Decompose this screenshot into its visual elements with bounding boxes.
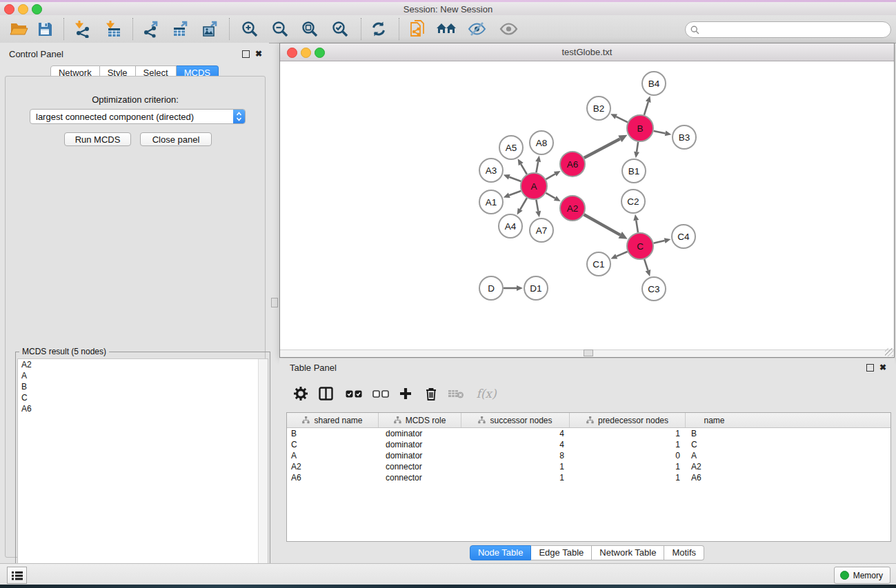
graph-edge-A6-B[interactable] [584, 135, 628, 158]
close-panel-icon[interactable]: ✖ [255, 50, 262, 58]
graph-node-A5[interactable]: A5 [499, 136, 523, 159]
result-item[interactable]: A [18, 370, 268, 381]
graph-node-A6[interactable]: A6 [560, 152, 585, 176]
import-table-icon [105, 20, 123, 38]
column-header-predecessor-nodes[interactable]: predecessor nodes [570, 413, 686, 427]
graph-edge-A-A5[interactable] [518, 159, 527, 174]
graph-edge-A-A1[interactable] [504, 191, 521, 198]
export-table-button[interactable] [170, 19, 191, 39]
zoom-in-button[interactable] [239, 19, 260, 39]
graph-node-D1[interactable]: D1 [524, 276, 548, 300]
graph-edge-B-B4[interactable] [644, 96, 651, 115]
zoom-selected-button[interactable] [330, 19, 350, 39]
result-item[interactable]: A2 [18, 359, 268, 370]
panel-divider-handle[interactable] [271, 298, 278, 307]
table-row[interactable]: A2connector11A2 [287, 461, 890, 472]
run-mcds-button[interactable]: Run MCDS [64, 132, 131, 146]
graph-edge-A-A4[interactable] [517, 198, 527, 214]
table-row[interactable]: Cdominator41C [287, 439, 890, 450]
column-header-MCDS-role[interactable]: MCDS role [379, 413, 461, 427]
graph-node-B1[interactable]: B1 [622, 159, 646, 183]
close-panel-button[interactable]: Close panel [140, 132, 212, 146]
column-header-shared-name[interactable]: shared name [287, 413, 379, 427]
deselect-all-button[interactable] [370, 384, 391, 403]
float-table-panel-icon[interactable] [866, 364, 874, 372]
graph-node-C4[interactable]: C4 [672, 225, 695, 248]
graph-node-D[interactable]: D [479, 276, 503, 300]
graph-edge-C-C3[interactable] [644, 259, 650, 276]
show-eye-button[interactable] [498, 19, 519, 39]
graph-node-A4[interactable]: A4 [499, 214, 522, 238]
table-row[interactable]: A6connector11A6 [287, 472, 890, 483]
network-window-titlebar[interactable]: testGlobe.txt [280, 43, 894, 61]
graph-edge-A2-C[interactable] [584, 214, 628, 239]
table-row[interactable]: Bdominator41B [287, 428, 890, 439]
horizontal-sash-handle[interactable] [584, 349, 593, 356]
float-panel-icon[interactable] [242, 50, 250, 58]
table-row[interactable]: Adominator80A [287, 450, 890, 461]
graph-node-A2[interactable]: A2 [560, 196, 585, 221]
column-header-name[interactable]: name [686, 413, 743, 427]
graph-edge-A-A8[interactable] [535, 156, 541, 173]
open-file-button[interactable] [8, 19, 29, 39]
graph-edge-C-C2[interactable] [633, 214, 639, 232]
result-item[interactable]: C [18, 392, 268, 403]
graph-edge-C-C4[interactable] [654, 238, 671, 243]
search-input[interactable] [702, 24, 885, 35]
hide-selected-button[interactable] [466, 19, 487, 39]
svg-text:B4: B4 [648, 79, 660, 89]
add-column-button[interactable] [395, 384, 416, 403]
select-all-button[interactable] [344, 384, 364, 403]
graph-node-B3[interactable]: B3 [673, 125, 696, 149]
export-network-button[interactable] [141, 19, 161, 39]
tab-edge-table[interactable]: Edge Table [531, 545, 592, 560]
result-item[interactable]: B [18, 381, 268, 392]
task-history-button[interactable] [7, 567, 27, 584]
new-network-from-selection-button[interactable] [407, 19, 428, 39]
graph-node-A1[interactable]: A1 [479, 190, 503, 214]
graph-edge-A-A2[interactable] [546, 193, 560, 201]
zoom-fit-button[interactable] [299, 19, 320, 39]
tab-motifs[interactable]: Motifs [664, 545, 704, 560]
refresh-button[interactable] [368, 19, 389, 39]
graph-node-C[interactable]: C [627, 233, 653, 259]
graph-edge-A-A7[interactable] [535, 200, 541, 218]
graph-node-B2[interactable]: B2 [587, 97, 610, 120]
resize-gripper[interactable] [885, 348, 893, 356]
close-table-panel-icon[interactable]: ✖ [879, 364, 886, 372]
show-column-button[interactable] [315, 384, 336, 403]
graph-edge-A-A3[interactable] [504, 174, 521, 181]
delete-column-button[interactable] [421, 384, 441, 403]
graph-node-B4[interactable]: B4 [642, 72, 666, 95]
zoom-out-button[interactable] [270, 19, 290, 39]
graph-node-C1[interactable]: C1 [587, 252, 610, 276]
graph-edge-D-D1[interactable] [504, 285, 523, 291]
home-layout-button[interactable] [436, 19, 457, 39]
column-header-successor-nodes[interactable]: successor nodes [461, 413, 570, 427]
import-network-button[interactable] [72, 19, 93, 39]
graph-edge-C-C1[interactable] [610, 252, 627, 259]
result-scrollbar[interactable] [258, 359, 268, 584]
tab-node-table[interactable]: Node Table [470, 545, 532, 560]
graph-edge-A-A6[interactable] [546, 171, 560, 179]
graph-node-A7[interactable]: A7 [530, 219, 553, 242]
graph-node-C2[interactable]: C2 [621, 190, 645, 213]
save-session-button[interactable] [34, 19, 55, 39]
gear-icon [293, 386, 308, 401]
graph-node-A8[interactable]: A8 [530, 131, 553, 154]
graph-node-C3[interactable]: C3 [642, 277, 666, 301]
graph-edge-B-B3[interactable] [654, 131, 672, 136]
graph-edge-B-B2[interactable] [610, 114, 628, 122]
tab-network-table[interactable]: Network Table [592, 545, 664, 560]
memory-button[interactable]: Memory [834, 567, 890, 584]
graph-node-A[interactable]: A [521, 173, 547, 199]
result-item[interactable]: A6 [18, 403, 268, 414]
graph-edge-B-B1[interactable] [634, 142, 639, 158]
graph-node-B[interactable]: B [627, 115, 653, 141]
export-image-button[interactable] [200, 19, 221, 39]
optimization-criterion-select[interactable]: largest connected component (directed) [30, 109, 246, 124]
import-table-button[interactable] [103, 19, 124, 39]
graph-node-A3[interactable]: A3 [479, 159, 503, 182]
table-options-button[interactable] [290, 384, 311, 403]
network-canvas[interactable]: AA6A2BCA5A8A3A1A4A7B2B4B3B1C2C4C1C3DD1 [280, 61, 894, 350]
